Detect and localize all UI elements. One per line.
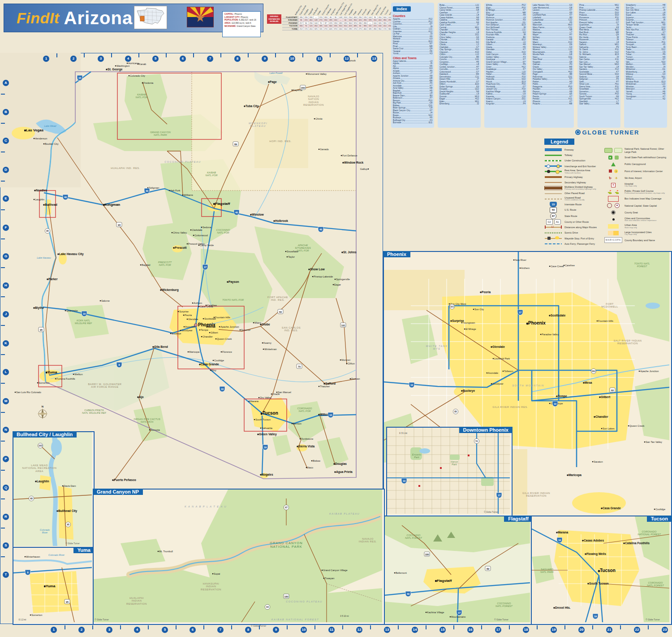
grid-number-bottom: 12 [356,627,362,633]
city-label: Sun City [474,308,484,311]
city-label: Laughlin [37,480,49,483]
city-label: Laughlin [35,198,44,201]
grid-letter-left: G [3,253,9,260]
golf-swatch: ⛳⛳ [604,190,622,194]
grid-letter-left: H [3,282,9,289]
interstate-shield: 10 [557,537,562,543]
city-label: Davis Dam [64,485,76,487]
city-label: Tucson [263,411,278,416]
interchange-swatch [544,165,562,167]
city-label: Bullhead [45,203,57,206]
ferry-swatch [544,243,562,244]
map-label: 202 [592,370,596,373]
campground-swatch [604,162,622,166]
area-label: KAIBABNATL FOR [205,171,217,177]
legend-item: Tollway [544,152,602,158]
city-label: Agua Prieta [336,470,353,474]
city-label: Payson [228,280,239,284]
city-label: Tucson [600,568,616,573]
area-label: 0 5 10 mi [340,615,349,617]
us-route-shield: 93 [116,222,122,227]
grid-number-bottom: 13 [384,627,390,633]
city-label: San Tan Valley [646,441,662,443]
city-label: Sierra Vista [298,445,315,448]
area-label: SAGUARONATL PARK [540,568,554,573]
globe-turner-logo: GLOBE TURNER [544,129,670,136]
index-entry: EhrenbergJ2 [439,103,479,105]
map-label: 10 [403,480,405,482]
city-label: Chino Valley [173,231,187,234]
city-label: Eloy [211,369,216,372]
legend-item: +HospitalCity maps only [604,182,670,188]
map-label: 89 [234,143,237,146]
grid-letter-left: E [3,195,9,202]
svg-text:N: N [42,405,43,408]
interstate-shield: 15 [77,75,82,81]
city-label: Winslow [252,213,264,216]
inset-tucson: Tucson CORONADONATIONAL FORESTCORONADONA… [531,516,672,625]
city-label: Glendale [188,318,198,321]
map-label: 160 [301,87,305,89]
city-label: Kachina Village [427,611,444,614]
grid-letter-left: F [3,225,9,231]
legend-item: Secondary Highway [544,180,602,185]
construction-swatch [544,160,562,162]
city-label: Litchfield Park [494,357,510,360]
area-label: © Globe Turner [65,542,80,545]
area-label: COCONINO PLATEAU [164,160,201,163]
city-label: Holbrook [275,219,288,222]
interstate-shield: 40 [234,210,239,215]
arizona-flag-icon [187,7,214,27]
map-label: 67 [285,506,288,509]
legend-item: Scenic Drive [544,230,602,235]
index-entry: KingmanF4 [486,103,526,105]
legend-item: 12Distances along Major Routes [544,225,602,230]
city-label: Coolidge [214,359,224,362]
restarea-swatch [544,171,562,172]
map-label: 95 [40,329,43,331]
map-label: 15 [78,77,81,79]
city-label: Gila Bend [154,345,168,348]
map-label: 85 [454,410,457,413]
index-column: ElfridaP12ElginP10El MirageK7EloyM8Flags… [484,3,527,128]
city-label: Queen Creek [217,338,232,340]
legend-item: Other Paved Road [544,191,602,196]
area-label: © Globe Turner [646,618,660,621]
legend-item: Urban AreaState map only [604,223,670,230]
map-label: 95 [46,230,49,232]
us-route-shield: 95 [65,599,70,604]
city-label: Gilbert [211,331,218,334]
interstate-shield: 17 [496,493,502,498]
city-label: Maricopa [569,473,582,477]
city-label: Mesa [208,325,215,328]
area-label: HUALAPAI IND. RES. [111,167,140,169]
state-route-shield: 163 [38,443,43,448]
grid-letter-left: D [3,167,9,173]
us-route-shield: 95 [39,327,44,332]
grid-number-top: 4 [125,56,131,62]
legend-item: 60U.S. Route [544,207,602,213]
city-label: Goodyear [492,382,504,385]
state-route-shield: 64 [265,604,270,609]
interstate-shield: 19 [593,614,598,619]
city-label: Monument Valley [307,73,327,75]
legend-item: Box Indicates Inset Map Coverage [604,195,670,202]
index-title: Index [393,6,411,12]
index-column: Lake Havasu CityG3Lake MontezumaG8Laveen… [531,3,574,128]
index-entry: BurnsideE11 [393,121,432,124]
interstate-shield: 10 [401,478,407,484]
city-label: Youngtown [463,321,475,324]
city-label: Colorado City [130,74,145,77]
inset-grand-canyon-title: Grand Canyon NP [93,489,143,495]
map-label: 17 [458,611,461,614]
city-label: Safford [325,382,336,385]
city-label: Casa Grande [201,363,219,366]
countyseat-swatch [604,211,622,214]
city-label: Douglas [335,462,347,466]
city-label: Ajo [139,395,144,399]
city-label: Somerton [31,614,42,616]
cities-header: Cities and Towns [393,56,432,60]
area-label: GILA RIVER INDIAN RES. [492,406,528,408]
city-label: Show Low [310,268,325,271]
city-label: El Mirage [465,328,476,330]
